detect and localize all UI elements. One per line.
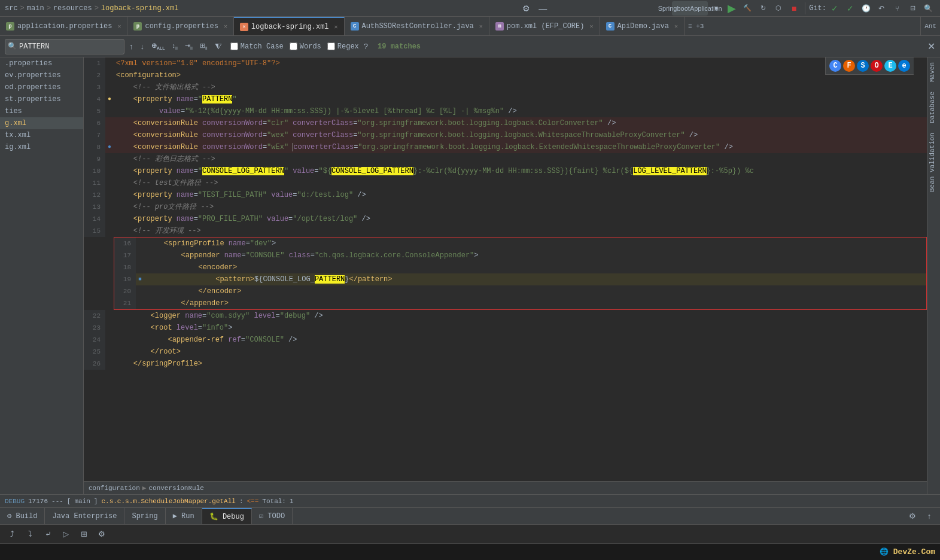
ant-tab[interactable]: Ant bbox=[920, 17, 940, 35]
sidebar-item-tx[interactable]: tx.xml bbox=[0, 129, 83, 141]
sidebar-item-app-props[interactable]: .properties bbox=[0, 57, 83, 69]
maven-panel-label[interactable]: Maven bbox=[927, 57, 940, 87]
firefox-icon[interactable]: F bbox=[843, 60, 855, 72]
build-button[interactable]: 🔨 bbox=[740, 1, 755, 16]
debug-settings2[interactable]: ⚙ bbox=[95, 527, 109, 541]
bottom-tab-todo[interactable]: ☑ TODO bbox=[252, 508, 293, 524]
sidebar-item-od-props[interactable]: od.properties bbox=[0, 81, 83, 93]
find-prev-context[interactable]: ⇥II bbox=[182, 41, 195, 51]
bottom-settings-button[interactable]: ⚙ bbox=[905, 509, 920, 524]
status-sep: ▶ bbox=[142, 484, 147, 492]
line-content-12: <property name="TEST_FILE_PATH" value="d… bbox=[114, 189, 927, 201]
git-undo[interactable]: ↶ bbox=[874, 1, 889, 16]
bottom-tab-java-enterprise[interactable]: Java Enterprise bbox=[45, 508, 124, 524]
find-in-path[interactable]: ⊞II bbox=[197, 41, 210, 51]
debug-step-into[interactable]: ⤵ bbox=[23, 527, 37, 541]
line-content-3: <!-- 文件输出格式 --> bbox=[114, 81, 927, 93]
search-input[interactable] bbox=[19, 42, 115, 51]
chrome-icon[interactable]: C bbox=[829, 60, 841, 72]
xml-tag-14: property bbox=[138, 215, 172, 223]
bottom-expand-button[interactable]: ↑ bbox=[922, 509, 936, 524]
filter-button[interactable]: ⧨ bbox=[212, 40, 224, 53]
tab-api[interactable]: C ApiDemo.java ✕ bbox=[600, 17, 685, 35]
words-option[interactable]: Words bbox=[290, 42, 321, 51]
xml-comment-15: <!-- 开发环境 --> bbox=[116, 227, 201, 235]
xml-bracket-26: </ bbox=[133, 360, 142, 368]
next-match-button[interactable]: ↓ bbox=[138, 41, 147, 52]
line-content-25: </root> bbox=[114, 346, 927, 358]
sidebar-item-ties[interactable]: ties bbox=[0, 105, 83, 117]
coverage-button[interactable]: ⬡ bbox=[771, 1, 786, 16]
line-content-26: </springProfile> bbox=[114, 358, 927, 370]
sidebar-item-ev-props[interactable]: ev.properties bbox=[0, 69, 83, 81]
code-line-14: 14 <property name="PRO_FILE_PATH" value=… bbox=[84, 213, 927, 225]
bottom-tab-run[interactable]: ▶ Run bbox=[166, 508, 202, 524]
minus-button[interactable]: — bbox=[536, 1, 550, 16]
git-clock[interactable]: 🕐 bbox=[859, 1, 873, 16]
regex-checkbox[interactable] bbox=[327, 42, 335, 50]
stop-button[interactable]: ■ bbox=[787, 1, 801, 16]
safari-icon[interactable]: S bbox=[857, 60, 869, 72]
tab-config-props[interactable]: p config.properties ✕ bbox=[127, 17, 233, 35]
sidebar-item-ig[interactable]: ig.xml bbox=[0, 141, 83, 153]
sidebar-item-st-props[interactable]: st.properties bbox=[0, 93, 83, 105]
edge-icon[interactable]: e bbox=[898, 60, 910, 72]
bottom-tab-build[interactable]: ⚙ Build bbox=[0, 508, 45, 524]
debug-step-over[interactable]: ⤴ bbox=[5, 527, 19, 541]
words-checkbox[interactable] bbox=[290, 42, 297, 50]
find-all-button[interactable]: ⊕ALL bbox=[149, 41, 168, 51]
tab-auth[interactable]: C AuthSSORestController.java ✕ bbox=[345, 17, 489, 35]
debug-arrow: <== bbox=[247, 498, 259, 505]
tab-icon-xml: ✕ bbox=[240, 23, 248, 31]
ie-icon[interactable]: E bbox=[884, 60, 896, 72]
prev-match-button[interactable]: ↑ bbox=[127, 41, 136, 52]
debug-evaluate[interactable]: ⊞ bbox=[77, 527, 91, 541]
line-num-4: 4 bbox=[84, 93, 105, 105]
search-close-button[interactable]: ✕ bbox=[927, 41, 935, 52]
bean-validation-panel-label[interactable]: Bean Validation bbox=[927, 128, 940, 197]
tab-close-config-props[interactable]: ✕ bbox=[224, 23, 227, 30]
database-panel-label[interactable]: Database bbox=[927, 87, 940, 128]
dropdown-arrow[interactable]: ▼ bbox=[709, 1, 723, 16]
git-diff[interactable]: ⊟ bbox=[905, 1, 920, 16]
settings-button[interactable]: ⚙ bbox=[519, 1, 533, 16]
tab-close-logback[interactable]: ✕ bbox=[334, 23, 338, 31]
bottom-tab-spring[interactable]: Spring bbox=[124, 508, 165, 524]
git-check1[interactable]: ✓ bbox=[828, 1, 842, 16]
debug-run-to-cursor[interactable]: ▷ bbox=[59, 527, 73, 541]
sidebar-item-logback[interactable]: g.xml bbox=[0, 117, 83, 129]
debug-bar: DEBUG 17176 --- [ main ] c.s.c.s.m.Sched… bbox=[0, 495, 940, 508]
bottom-tab-debug[interactable]: 🐛 Debug bbox=[202, 508, 252, 524]
line-num-10: 10 bbox=[84, 165, 105, 177]
tab-close-api[interactable]: ✕ bbox=[674, 23, 678, 30]
debug-total-value: 1 bbox=[290, 498, 294, 505]
git-branch[interactable]: ⑂ bbox=[890, 1, 904, 16]
line-content-8: <conversionRule conversionWord="wEx" con… bbox=[114, 141, 927, 153]
tabs-overflow[interactable]: ≡ +3 bbox=[685, 17, 707, 35]
xml-val-7a: "wex" bbox=[267, 131, 288, 139]
debug-main: main bbox=[74, 498, 90, 505]
line-num-25: 25 bbox=[84, 346, 105, 358]
git-check2[interactable]: ✓ bbox=[843, 1, 857, 16]
run-button[interactable]: ▶ bbox=[725, 1, 739, 16]
tab-pom[interactable]: m pom.xml (EFP_CORE) ✕ bbox=[489, 17, 600, 35]
help-button[interactable]: ? bbox=[361, 41, 370, 52]
xml-attr-6a: conversionWord bbox=[202, 119, 263, 127]
search-global[interactable]: 🔍 bbox=[921, 1, 935, 16]
tab-close-auth[interactable]: ✕ bbox=[479, 23, 483, 30]
code-editor[interactable]: 1 <?xml version="1.0" encoding="UTF-8"?>… bbox=[84, 57, 927, 481]
line-content-11: <!-- test文件路径 --> bbox=[114, 177, 927, 189]
match-case-checkbox[interactable] bbox=[230, 42, 238, 50]
regex-option[interactable]: Regex bbox=[327, 42, 359, 51]
debug-step-out[interactable]: ⤶ bbox=[41, 527, 55, 541]
tab-logback[interactable]: ✕ logback-spring.xml ✕ bbox=[234, 17, 345, 35]
match-case-option[interactable]: Match Case bbox=[230, 42, 284, 51]
update-button[interactable]: ↻ bbox=[756, 1, 770, 16]
tab-close-app-props[interactable]: ✕ bbox=[117, 23, 121, 30]
find-next-context[interactable]: ↕II bbox=[170, 41, 180, 51]
tab-close-pom[interactable]: ✕ bbox=[589, 23, 593, 30]
opera-icon[interactable]: O bbox=[871, 60, 883, 72]
tab-app-props[interactable]: p application.properties ✕ bbox=[0, 17, 127, 35]
code-line-21: 21 </appender> bbox=[114, 297, 926, 309]
validation-bar: C F S O E e bbox=[825, 57, 914, 75]
